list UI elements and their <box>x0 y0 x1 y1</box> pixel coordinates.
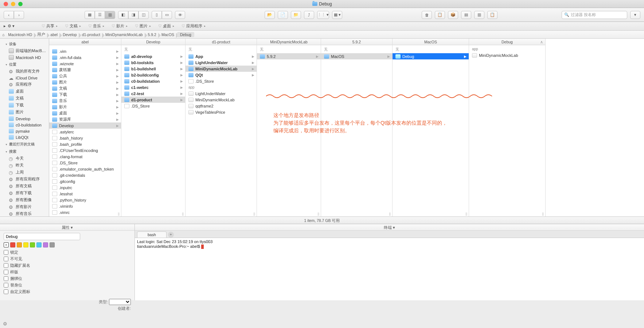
sidebar-item[interactable]: 田端瑞的MacB… <box>0 47 49 54</box>
sidebar-item[interactable]: 下载 <box>0 102 49 109</box>
file-row[interactable]: b1-buildshell▶ <box>121 66 185 72</box>
checkbox[interactable] <box>4 289 8 294</box>
file-row[interactable]: Debug▶ <box>393 53 469 59</box>
file-row[interactable]: MiniDynamicMockLab▶ <box>186 66 257 72</box>
file-row[interactable]: 下载▶ <box>49 91 121 98</box>
quicklook-button[interactable]: 👁 <box>175 11 185 19</box>
maximize-icon[interactable] <box>18 2 23 6</box>
file-row[interactable]: 5.9.2▶ <box>257 53 321 59</box>
fav-item[interactable]: ♡ 应用程序 <box>180 23 207 30</box>
breadcrumb[interactable]: MiniDynamicMockLab <box>103 32 146 37</box>
breadcrumb[interactable]: 5.9.2 <box>146 32 159 37</box>
sidebar-item[interactable]: 所有音乐 <box>0 210 49 216</box>
view-icon-button[interactable]: ▦ <box>85 11 95 19</box>
trash-button[interactable]: 🗑 <box>422 11 432 19</box>
file-row[interactable]: c0-buildstation▶ <box>121 78 185 84</box>
sidebar-item[interactable]: 所有文稿 <box>0 183 49 190</box>
fav-disclosure-icon[interactable]: ▸ <box>4 24 6 28</box>
file-row[interactable]: .clang-format <box>49 153 121 160</box>
action-1-button[interactable]: ⤴ <box>304 11 314 19</box>
file-row[interactable]: c2-test▶ <box>121 90 185 97</box>
file-row[interactable]: a0-develop▶ <box>121 53 185 59</box>
color-swatch[interactable] <box>30 242 35 247</box>
arrange-3-button[interactable]: ◫ <box>138 11 149 19</box>
checkbox[interactable] <box>4 257 8 261</box>
file-row[interactable]: 图片▶ <box>49 79 121 85</box>
color-swatch[interactable]: × <box>4 242 9 247</box>
open-button[interactable]: 📂 <box>265 11 275 19</box>
action-6-button[interactable]: 📋 <box>487 11 497 19</box>
sidebar-item[interactable]: iCloud Drive <box>0 75 49 81</box>
checkbox[interactable] <box>4 283 8 288</box>
sidebar-item[interactable]: 我的所有文件 <box>0 68 49 75</box>
breadcrumb[interactable]: Develop <box>61 32 80 37</box>
fav-item[interactable]: ♡ 桌面 <box>157 23 176 30</box>
file-row[interactable]: .CFUserTextEncoding <box>49 147 121 153</box>
file-row[interactable]: 公共▶ <box>49 73 121 79</box>
sidebar-item[interactable]: 所有影片 <box>0 203 49 210</box>
sidebar-section-head[interactable]: 位置 <box>0 60 49 68</box>
breadcrumb[interactable]: Debug <box>177 32 194 37</box>
action-4-button[interactable]: ▤ <box>461 11 471 19</box>
file-row[interactable]: .viminfo <box>49 203 121 209</box>
file-row[interactable]: .git-credentials <box>49 172 121 178</box>
sidebar-item[interactable]: 昨天 <box>0 162 49 169</box>
sidebar-item[interactable]: Macintosh HD <box>0 54 49 60</box>
fav-item[interactable]: ♡ 影片 <box>110 23 129 30</box>
fav-item[interactable]: ♡ 音乐 <box>87 23 106 30</box>
breadcrumb[interactable]: abel <box>48 32 61 37</box>
fav-item[interactable]: ♡ 图片 <box>133 23 152 30</box>
terminal-tab[interactable]: bash <box>137 231 167 238</box>
type-select[interactable] <box>109 299 131 305</box>
close-icon[interactable] <box>4 2 8 6</box>
sidebar-item[interactable]: 今天 <box>0 155 49 162</box>
fav-item[interactable]: ♡ 文稿 <box>63 23 82 30</box>
sidebar-item[interactable]: 应用程序 <box>0 81 49 88</box>
file-row[interactable]: LightUnderWater <box>186 90 257 97</box>
file-row[interactable]: MacOS▶ <box>321 53 392 59</box>
forward-button[interactable]: › <box>14 11 24 19</box>
file-row[interactable]: .inputrc <box>49 184 121 191</box>
file-row[interactable]: d1-product▶ <box>121 97 185 103</box>
file-row[interactable]: .bash_history <box>49 135 121 141</box>
home-icon[interactable]: ⌂ <box>2 32 4 37</box>
sidebar-item[interactable]: 图片 <box>0 109 49 116</box>
file-row[interactable]: .emulator_console_auth_token <box>49 166 121 172</box>
breadcrumb[interactable]: 用户 <box>35 32 48 37</box>
sidebar-item[interactable]: c0-buildstation <box>0 122 49 128</box>
sidebar-item[interactable]: 上周 <box>0 169 49 176</box>
sidebar-section-head[interactable]: 最近打开的文稿 <box>0 140 49 148</box>
file-row[interactable]: b2-buildconfig▶ <box>121 72 185 78</box>
copy-button[interactable]: 📋 <box>435 11 445 19</box>
file-row[interactable]: 影片▶ <box>49 104 121 110</box>
file-row[interactable]: MiniDynamicMockLab <box>469 52 545 58</box>
file-row[interactable]: .DS_Store <box>121 103 185 109</box>
new-file-button[interactable]: 📄 <box>278 11 288 19</box>
file-row[interactable]: c1-webrc▶ <box>121 84 185 90</box>
file-row[interactable]: .vimrc <box>49 209 121 215</box>
color-swatch[interactable] <box>23 242 28 247</box>
file-row[interactable]: .vim-fuf-data▶ <box>49 54 121 60</box>
compress-button[interactable]: 📦 <box>448 11 458 19</box>
checkbox[interactable] <box>4 270 8 274</box>
breadcrumb[interactable]: MacOS <box>159 32 177 37</box>
settings-icon[interactable]: ⚙ <box>3 321 7 327</box>
sidebar-item[interactable]: 所有下载 <box>0 190 49 196</box>
terminal-body[interactable]: Last login: Sat Dec 23 15:02:19 on ttys0… <box>135 238 644 300</box>
arrange-2-button[interactable]: ◨ <box>128 11 138 19</box>
checkbox[interactable] <box>4 276 8 281</box>
sidebar-item[interactable]: 所有应用程序 <box>0 176 49 183</box>
sidebar-item[interactable]: Develop <box>0 116 49 122</box>
checkbox[interactable] <box>4 250 8 255</box>
panel-2-button[interactable]: ▭ <box>162 11 172 19</box>
color-swatch[interactable] <box>10 242 15 247</box>
file-row[interactable]: Develop▶ <box>49 122 121 129</box>
file-row[interactable]: .wiznote▶ <box>49 60 121 67</box>
file-row[interactable]: .gitconfig <box>49 178 121 184</box>
color-swatch[interactable] <box>43 242 48 247</box>
file-row[interactable]: .python_history <box>49 197 121 203</box>
file-row[interactable]: .astylerc <box>49 129 121 135</box>
file-row[interactable]: .DS_Store <box>186 78 257 84</box>
dropdown-button[interactable]: ▾ <box>630 11 640 19</box>
sidebar-section-head[interactable]: 搜索 <box>0 148 49 155</box>
